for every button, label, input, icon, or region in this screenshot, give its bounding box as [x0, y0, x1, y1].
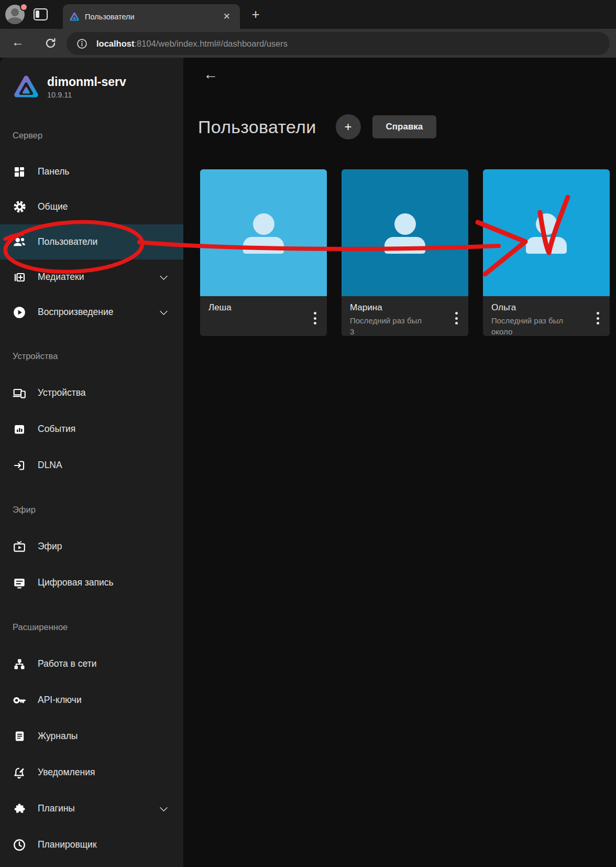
sidebar-item-dvr[interactable]: Цифровая запись [0, 565, 183, 601]
sidebar-item-general[interactable]: Общие [0, 189, 183, 224]
sidebar-item-label: Работа в сети [38, 658, 96, 669]
user-card-list: Леша Марина Последний раз был 3 [200, 169, 610, 336]
sidebar-item-label: Плагины [38, 803, 75, 814]
server-version: 10.9.11 [47, 91, 126, 99]
add-user-button[interactable]: + [336, 114, 361, 139]
avatar-person-icon [7, 17, 23, 24]
jellyfin-dashboard-page: dimonml-serv 10.9.11 Сервер Панель Общие [0, 58, 616, 867]
user-last-seen: Последний раз был около [491, 315, 568, 336]
user-card-footer: Ольга Последний раз был около [483, 296, 610, 336]
jellyfin-favicon [69, 12, 80, 22]
dlna-icon [13, 459, 26, 472]
sidebar-item-label: Пользователи [38, 236, 97, 247]
dvr-icon [13, 576, 26, 590]
person-icon [384, 213, 425, 254]
user-name: Ольга [491, 301, 601, 313]
sidebar-item-label: Журналы [38, 731, 78, 742]
tab-overview-button[interactable] [34, 7, 48, 21]
browser-tab-strip: Пользователи ✕ + [0, 0, 616, 29]
user-card-olga[interactable]: Ольга Последний раз был около [483, 169, 610, 336]
site-info-icon[interactable] [76, 38, 88, 50]
new-tab-button[interactable]: + [247, 6, 264, 23]
activity-icon [13, 422, 26, 436]
jellyfin-logo-icon [13, 73, 40, 101]
user-name: Марина [350, 301, 460, 313]
more-menu-icon[interactable] [597, 312, 599, 324]
sidebar-item-libraries[interactable]: Медиатеки [0, 259, 183, 295]
dashboard-icon [13, 165, 26, 179]
refresh-icon [44, 37, 57, 50]
users-page: ← Пользователи + Справка Леша [183, 58, 616, 867]
section-label-server: Сервер [13, 130, 171, 140]
sidebar-item-users[interactable]: Пользователи [0, 224, 183, 259]
key-icon [13, 693, 26, 707]
sidebar-item-label: Общие [38, 201, 68, 212]
sidebar-item-label: Устройства [38, 387, 86, 398]
section-label-livetv: Эфир [13, 504, 171, 515]
user-last-seen: Последний раз был 3 [350, 315, 426, 336]
user-card-lesha[interactable]: Леша [200, 169, 327, 336]
sidebar-item-label: Воспроизведение [38, 307, 113, 318]
more-menu-icon[interactable] [455, 312, 458, 324]
browser-toolbar: ← localhost:8104/web/index.html#/dashboa… [0, 29, 616, 58]
chevron-down-icon [160, 804, 168, 812]
plugins-icon [13, 802, 26, 816]
sidebar-item-devices[interactable]: Устройства [0, 375, 183, 411]
page-title: Пользователи [198, 117, 316, 137]
chevron-down-icon [160, 272, 168, 280]
sidebar-item-label: Планировщик [38, 839, 97, 850]
sidebar-item-label: Панель [38, 166, 69, 177]
sidebar-item-playback[interactable]: Воспроизведение [0, 295, 183, 330]
sidebar-item-label: События [38, 424, 75, 435]
sidebar-item-label: DLNA [38, 460, 62, 471]
url-host: localhost [96, 39, 134, 48]
user-avatar-tile [342, 169, 468, 296]
browser-back-button[interactable]: ← [12, 35, 24, 49]
sidebar-item-label: Уведомления [38, 767, 95, 778]
address-bar[interactable]: localhost:8104/web/index.html#/dashboard… [67, 32, 610, 55]
gear-icon [13, 200, 26, 214]
live-tv-icon [13, 540, 26, 554]
sidebar-item-label: API-ключи [38, 695, 82, 706]
dashboard-sidebar: dimonml-serv 10.9.11 Сервер Панель Общие [0, 58, 183, 867]
sidebar-item-label: Цифровая запись [38, 577, 114, 588]
section-label-advanced: Расширенное [13, 622, 171, 632]
tab-title: Пользователи [85, 13, 220, 21]
sidebar-item-networking[interactable]: Работа в сети [0, 646, 183, 682]
server-header: dimonml-serv 10.9.11 [0, 58, 183, 101]
refresh-button[interactable] [44, 37, 57, 50]
user-name: Леша [208, 301, 318, 313]
tab-overview-icon [36, 10, 39, 18]
sidebar-item-livetv[interactable]: Эфир [0, 528, 183, 565]
logs-icon [13, 730, 26, 743]
notifications-icon [13, 766, 26, 779]
tab-close-icon[interactable]: ✕ [220, 10, 234, 23]
sidebar-item-api-keys[interactable]: API-ключи [0, 682, 183, 718]
url-path: :8104/web/index.html#/dashboard/users [134, 39, 288, 48]
person-icon [243, 213, 284, 254]
help-button[interactable]: Справка [372, 115, 437, 138]
browser-tab[interactable]: Пользователи ✕ [63, 4, 240, 29]
section-label-devices: Устройства [13, 351, 171, 361]
server-name: dimonml-serv [47, 75, 126, 89]
user-card-footer: Леша [200, 296, 327, 336]
sidebar-item-plugins[interactable]: Плагины [0, 790, 183, 827]
devices-icon [13, 386, 26, 400]
sidebar-item-label: Эфир [38, 541, 62, 552]
sidebar-item-logs[interactable]: Журналы [0, 718, 183, 754]
sidebar-item-dashboard[interactable]: Панель [0, 154, 183, 189]
sidebar-item-label: Медиатеки [38, 272, 84, 283]
user-avatar-tile [200, 169, 327, 296]
sidebar-item-dlna[interactable]: DLNA [0, 447, 183, 483]
page-back-button[interactable]: ← [203, 66, 218, 83]
sidebar-item-activity[interactable]: События [0, 411, 183, 447]
user-card-marina[interactable]: Марина Последний раз был 3 [342, 169, 468, 336]
network-icon [13, 657, 26, 671]
sidebar-item-scheduled-tasks[interactable]: Планировщик [0, 827, 183, 863]
sidebar-item-notifications[interactable]: Уведомления [0, 754, 183, 790]
users-icon [13, 235, 26, 249]
more-menu-icon[interactable] [314, 312, 316, 324]
library-icon [13, 270, 26, 284]
url-text: localhost:8104/web/index.html#/dashboard… [96, 39, 288, 49]
avatar-person-icon [11, 8, 19, 16]
